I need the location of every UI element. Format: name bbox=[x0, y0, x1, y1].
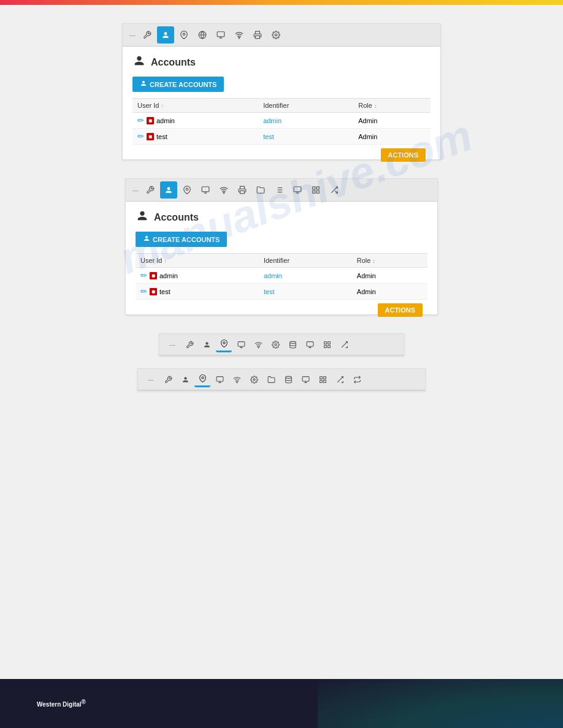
accounts-icon-2 bbox=[136, 209, 149, 226]
folder-icon-2[interactable] bbox=[252, 181, 269, 199]
section-title-2: Accounts bbox=[154, 212, 199, 223]
svg-rect-25 bbox=[307, 341, 313, 346]
main-content: manualshive.com — bbox=[0, 5, 563, 679]
sm2-monitor2[interactable] bbox=[297, 371, 313, 387]
sm1-wrench[interactable] bbox=[182, 336, 197, 352]
delete-icon-1-2[interactable]: ■ bbox=[147, 133, 154, 140]
toolbar-2: — bbox=[126, 179, 437, 202]
cell-role-2-1: Admin bbox=[352, 268, 427, 284]
sm2-swap[interactable] bbox=[349, 371, 365, 387]
sm1-grid[interactable] bbox=[319, 336, 335, 352]
grid-icon-2[interactable] bbox=[307, 181, 324, 199]
sm2-db[interactable] bbox=[280, 371, 296, 387]
wrench-icon-2[interactable] bbox=[142, 181, 159, 199]
svg-rect-26 bbox=[324, 341, 326, 344]
username-1-1: admin bbox=[156, 117, 175, 124]
svg-rect-3 bbox=[256, 36, 260, 39]
cell-identifier-2-2: test bbox=[259, 284, 352, 300]
user-icon-1[interactable] bbox=[157, 26, 174, 44]
sm2-arrows[interactable] bbox=[332, 371, 348, 387]
sm1-separator: — bbox=[164, 336, 180, 352]
monitor-icon-2[interactable] bbox=[197, 181, 214, 199]
small-panel-2: — bbox=[137, 368, 426, 391]
sm2-monitor[interactable] bbox=[212, 371, 228, 387]
svg-rect-27 bbox=[327, 341, 330, 344]
svg-rect-22 bbox=[238, 341, 245, 346]
delete-icon-2-2[interactable]: ■ bbox=[150, 288, 157, 295]
sm2-gear[interactable] bbox=[246, 371, 262, 387]
svg-rect-28 bbox=[327, 345, 330, 347]
delete-icon-2-1[interactable]: ■ bbox=[150, 272, 157, 279]
identifier-link-2-2[interactable]: test bbox=[264, 288, 275, 295]
edit-icon-2-2[interactable]: ✏ bbox=[140, 287, 147, 296]
trademark-symbol: ® bbox=[82, 698, 86, 705]
user-icon-2[interactable] bbox=[160, 181, 177, 199]
sm1-db[interactable] bbox=[285, 336, 301, 352]
cell-userid-1-2: ✏ ■ test bbox=[132, 129, 258, 145]
svg-point-24 bbox=[289, 341, 296, 343]
create-accounts-button-1[interactable]: CREATE ACCOUNTS bbox=[132, 77, 224, 92]
sm1-wifi[interactable] bbox=[250, 336, 266, 352]
arrows-icon-2[interactable] bbox=[326, 181, 343, 199]
edit-icon-1-1[interactable]: ✏ bbox=[137, 116, 144, 125]
identifier-link-1-1[interactable]: admin bbox=[263, 117, 282, 124]
panel-2: — bbox=[125, 178, 438, 315]
sm1-monitor[interactable] bbox=[233, 336, 249, 352]
sm1-monitor2[interactable] bbox=[302, 336, 318, 352]
svg-point-0 bbox=[183, 33, 185, 36]
small-toolbar-1: — bbox=[159, 334, 404, 355]
cell-userid-2-1: ✏ ■ admin bbox=[136, 268, 259, 284]
monitor2-icon-2[interactable] bbox=[289, 181, 306, 199]
svg-rect-7 bbox=[240, 191, 245, 194]
sm1-arrows[interactable] bbox=[336, 336, 352, 352]
gear-icon-1[interactable] bbox=[267, 26, 285, 44]
create-accounts-label-1: CREATE ACCOUNTS bbox=[150, 81, 216, 88]
cell-userid-1-1: ✏ ■ admin bbox=[132, 113, 258, 129]
svg-point-4 bbox=[275, 34, 277, 36]
sm2-user[interactable] bbox=[177, 371, 193, 387]
print-icon-1[interactable] bbox=[249, 26, 266, 44]
accounts-table-1: User Id ↑ Identifier Role ↕ ✏ ■ admin bbox=[132, 98, 431, 145]
cell-identifier-1-1: admin bbox=[258, 113, 353, 129]
wifi-icon-1[interactable] bbox=[231, 26, 248, 44]
sm2-wifi[interactable] bbox=[229, 371, 245, 387]
wrench-icon-1[interactable] bbox=[139, 26, 156, 44]
sm2-wrench[interactable] bbox=[160, 371, 176, 387]
sm2-folder[interactable] bbox=[263, 371, 279, 387]
svg-rect-32 bbox=[216, 376, 223, 381]
create-accounts-label-2: CREATE ACCOUNTS bbox=[153, 236, 220, 243]
svg-rect-39 bbox=[320, 380, 322, 382]
svg-rect-38 bbox=[323, 380, 326, 382]
sm2-grid[interactable] bbox=[315, 371, 331, 387]
location-icon-1[interactable] bbox=[175, 26, 193, 44]
actions-button-1[interactable]: ACTIONS bbox=[381, 148, 426, 162]
wifi-icon-2[interactable] bbox=[215, 181, 232, 199]
globe-icon-1[interactable] bbox=[194, 26, 211, 44]
sm1-gear[interactable] bbox=[267, 336, 283, 352]
monitor-icon-1[interactable] bbox=[212, 26, 229, 44]
col-role-2: Role ↕ bbox=[352, 254, 427, 268]
cell-identifier-1-2: test bbox=[258, 129, 353, 145]
section-header-2: Accounts bbox=[136, 209, 427, 226]
delete-icon-1-1[interactable]: ■ bbox=[147, 117, 154, 124]
svg-rect-15 bbox=[313, 187, 315, 189]
svg-point-34 bbox=[285, 376, 291, 378]
edit-icon-2-1[interactable]: ✏ bbox=[140, 271, 147, 280]
cell-userid-2-2: ✏ ■ test bbox=[136, 284, 259, 300]
create-accounts-button-2[interactable]: CREATE ACCOUNTS bbox=[136, 232, 227, 247]
identifier-link-2-1[interactable]: admin bbox=[264, 272, 282, 279]
svg-rect-17 bbox=[316, 191, 319, 193]
sm1-user[interactable] bbox=[199, 336, 215, 352]
print-icon-2[interactable] bbox=[234, 181, 251, 199]
sm1-location[interactable] bbox=[216, 336, 232, 352]
username-2-1: admin bbox=[159, 272, 178, 279]
list-icon-2[interactable] bbox=[270, 181, 288, 199]
identifier-link-1-2[interactable]: test bbox=[263, 133, 274, 140]
sm2-location[interactable] bbox=[194, 371, 210, 387]
actions-button-2[interactable]: ACTIONS bbox=[378, 303, 423, 317]
edit-icon-1-2[interactable]: ✏ bbox=[137, 132, 144, 141]
toolbar-1: — bbox=[123, 24, 440, 47]
panel-2-body: Accounts CREATE ACCOUNTS User Id ↑ Ident… bbox=[126, 202, 437, 314]
location-icon-2[interactable] bbox=[178, 181, 196, 199]
footer: Western Digital® bbox=[0, 679, 563, 728]
